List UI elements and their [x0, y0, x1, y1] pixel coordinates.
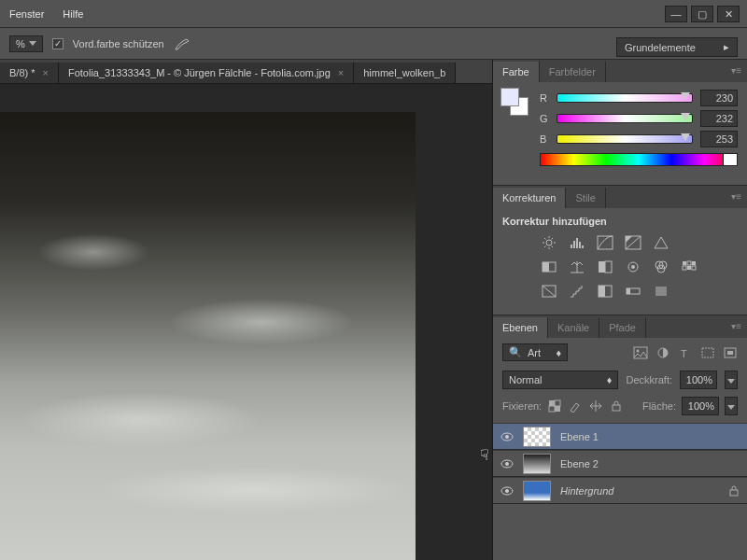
filter-image-icon[interactable] — [633, 346, 648, 359]
svg-rect-39 — [549, 406, 555, 412]
close-button[interactable]: ✕ — [717, 6, 740, 22]
fill-value[interactable]: 100% — [682, 397, 719, 415]
tab-kanaele[interactable]: Kanäle — [548, 317, 599, 338]
close-icon[interactable]: × — [43, 67, 49, 78]
tab-pfade[interactable]: Pfade — [599, 317, 646, 338]
doc-tab-2[interactable]: Fotolia_31333343_M - © Jürgen Fälchle - … — [59, 63, 354, 83]
layer-name[interactable]: Ebene 2 — [560, 458, 740, 469]
balance-icon[interactable] — [568, 259, 586, 275]
svg-rect-4 — [579, 242, 581, 248]
protect-fgcolor-label: Vord.farbe schützen — [73, 38, 164, 49]
lock-paint-icon[interactable] — [568, 399, 583, 413]
svg-rect-22 — [692, 266, 696, 270]
lock-position-icon[interactable] — [588, 399, 603, 413]
layer-thumbnail[interactable] — [523, 481, 551, 501]
r-value[interactable]: 230 — [700, 90, 738, 106]
filter-shape-icon[interactable] — [700, 346, 715, 359]
hue-icon[interactable] — [540, 259, 558, 275]
brightness-icon[interactable] — [540, 234, 558, 251]
gradientmap-icon[interactable] — [624, 283, 642, 300]
lock-transparency-icon[interactable] — [547, 399, 562, 413]
svg-rect-35 — [727, 351, 733, 355]
svg-rect-33 — [702, 348, 713, 357]
exposure-icon[interactable] — [624, 234, 642, 251]
tab-ebenen[interactable]: Ebenen — [493, 317, 548, 338]
levels-icon[interactable] — [568, 234, 586, 251]
layer-row[interactable]: Hintergrund — [493, 477, 747, 504]
svg-point-13 — [631, 265, 635, 269]
canvas[interactable] — [0, 112, 416, 560]
colorlookup-icon[interactable] — [680, 259, 698, 275]
layers-panel: Ebenen Kanäle Pfade ▾≡ 🔍Art♦ T Normal♦ D… — [493, 315, 747, 504]
layer-thumbnail[interactable] — [523, 454, 551, 474]
threshold-icon[interactable] — [596, 283, 614, 300]
g-value[interactable]: 232 — [700, 110, 738, 127]
vibrance-icon[interactable] — [652, 234, 670, 251]
g-slider[interactable] — [557, 114, 693, 123]
svg-point-42 — [505, 435, 509, 439]
channelmixer-icon[interactable] — [652, 259, 670, 275]
tab-farbfelder[interactable]: Farbfelder — [540, 62, 606, 82]
close-icon[interactable]: × — [338, 67, 344, 78]
filter-type-select[interactable]: 🔍Art♦ — [502, 343, 568, 361]
panel-menu-icon[interactable]: ▾≡ — [731, 191, 741, 202]
g-label: G — [540, 113, 549, 124]
layer-row[interactable]: Ebene 2 — [493, 450, 747, 477]
svg-rect-21 — [687, 266, 691, 270]
opacity-value[interactable]: 100% — [680, 371, 717, 389]
window-controls: — ▢ ✕ — [665, 6, 740, 22]
brush-icon[interactable] — [174, 36, 192, 51]
b-slider[interactable] — [557, 134, 693, 144]
visibility-icon[interactable] — [500, 430, 514, 443]
fill-arrow[interactable] — [725, 397, 738, 415]
color-spectrum[interactable] — [540, 153, 738, 166]
panel-menu-icon[interactable]: ▾≡ — [731, 65, 741, 76]
doc-tab-1[interactable]: B/8) *× — [0, 63, 59, 83]
blend-mode-select[interactable]: Normal♦ — [502, 371, 618, 389]
protect-fgcolor-checkbox[interactable] — [52, 38, 63, 49]
tab-korrekturen[interactable]: Korrekturen — [493, 188, 566, 208]
b-label: B — [540, 133, 549, 145]
svg-rect-28 — [655, 287, 667, 296]
filter-type-icon[interactable]: T — [678, 346, 693, 359]
r-label: R — [540, 92, 549, 104]
tab-stile[interactable]: Stile — [566, 188, 605, 208]
filter-adjust-icon[interactable] — [655, 346, 670, 359]
svg-rect-47 — [730, 490, 738, 496]
filter-smart-icon[interactable] — [723, 346, 738, 359]
workspace-selector[interactable]: Grundelemente▸ — [616, 37, 738, 57]
layer-name[interactable]: Hintergrund — [560, 485, 719, 497]
layer-row[interactable]: Ebene 1 — [493, 423, 747, 450]
color-panel: Farbe Farbfelder ▾≡ R 230 G 232 — [493, 60, 747, 186]
curves-icon[interactable] — [596, 234, 614, 251]
r-slider[interactable] — [557, 93, 693, 103]
foreground-swatch[interactable] — [500, 88, 519, 106]
photofilter-icon[interactable] — [624, 259, 642, 275]
tab-farbe[interactable]: Farbe — [493, 62, 540, 82]
posterize-icon[interactable] — [568, 283, 586, 300]
visibility-icon[interactable] — [500, 457, 514, 470]
selectivecolor-icon[interactable] — [652, 283, 670, 300]
maximize-button[interactable]: ▢ — [691, 6, 713, 22]
svg-rect-17 — [683, 261, 686, 265]
menu-hilfe[interactable]: Hilfe — [63, 8, 83, 20]
work-area — [0, 84, 492, 560]
svg-rect-40 — [613, 405, 620, 411]
svg-text:T: T — [681, 348, 687, 359]
visibility-icon[interactable] — [500, 484, 514, 497]
lock-all-icon[interactable] — [609, 399, 624, 413]
panel-menu-icon[interactable]: ▾≡ — [731, 321, 741, 331]
opacity-dropdown[interactable]: % — [9, 35, 43, 52]
layer-thumbnail[interactable] — [523, 427, 551, 447]
doc-tab-3[interactable]: himmel_wolken_b — [354, 63, 456, 83]
panels-dock: Farbe Farbfelder ▾≡ R 230 G 232 — [492, 60, 747, 560]
invert-icon[interactable] — [540, 283, 558, 300]
opacity-arrow[interactable] — [725, 371, 738, 389]
b-value[interactable]: 253 — [700, 131, 738, 147]
lock-label: Fixieren: — [502, 400, 542, 412]
bw-icon[interactable] — [596, 259, 614, 275]
minimize-button[interactable]: — — [665, 6, 687, 22]
svg-point-30 — [637, 349, 640, 352]
layer-name[interactable]: Ebene 1 — [560, 431, 740, 442]
menu-fenster[interactable]: Fenster — [9, 8, 44, 20]
